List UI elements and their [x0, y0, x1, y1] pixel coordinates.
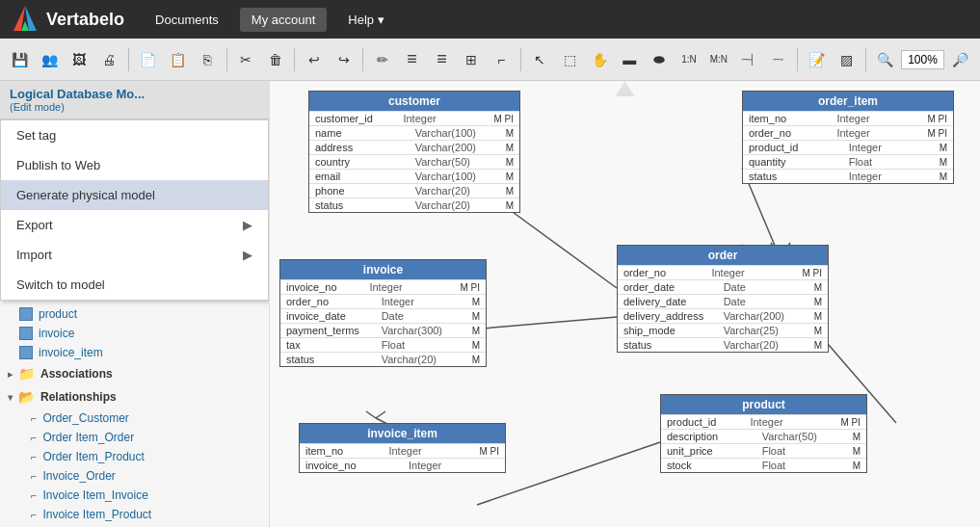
sidebar-header: Logical Database Mo... (Edit mode) [0, 81, 269, 119]
zoom-in-button[interactable]: 🔍 [871, 45, 899, 74]
copy-button[interactable]: 📋 [164, 45, 192, 74]
rel-invoice-order[interactable]: ⌐ Invoice_Order [0, 466, 269, 486]
toolbar: 💾 👥 🖼 🖨 📄 📋 ⎘ ✂ 🗑 ↩ ↪ ✏ ≡ ≡ ⊞ ⌐ ↖ ⬚ ✋ ▬ … [0, 39, 980, 81]
table-row: quantity Float M [743, 154, 953, 169]
table-icon [19, 346, 33, 359]
table-row: item_no Integer M PI [743, 111, 953, 125]
table-row: country Varchar(50) M [309, 154, 519, 169]
layout-button[interactable]: ⊞ [458, 45, 486, 74]
customer-table-header: customer [309, 92, 519, 111]
navbar: Vertabelo Documents My account Help ▾ [0, 0, 980, 39]
nav-documents[interactable]: Documents [144, 8, 230, 32]
file-button[interactable]: 📄 [134, 45, 162, 74]
rel-order-item-order[interactable]: ⌐ Order Item_Order [0, 428, 269, 447]
clone-button[interactable]: ⎘ [194, 45, 222, 74]
nav-help[interactable]: Help ▾ [336, 8, 396, 32]
delete-button[interactable]: 🗑 [261, 45, 289, 74]
undo-button[interactable]: ↩ [300, 45, 328, 74]
cut-button[interactable]: ✂ [232, 45, 260, 74]
menu-export[interactable]: Export ▶ [1, 210, 268, 240]
rel-1n-tool[interactable]: 1:N [675, 45, 703, 74]
image-button[interactable]: 🖼 [66, 45, 93, 74]
rel-icon: ⌐ [31, 509, 37, 520]
model-subtitle[interactable]: (Edit mode) [10, 101, 259, 113]
svg-line-12 [376, 411, 385, 418]
menu-switch-to-model[interactable]: Switch to model [1, 270, 268, 300]
print-button[interactable]: 🖨 [95, 45, 123, 74]
users-button[interactable]: 👥 [36, 45, 64, 74]
connect-button[interactable]: ⌐ [488, 45, 516, 74]
menu-set-tag[interactable]: Set tag [1, 120, 268, 150]
associations-section[interactable]: ▸ 📁 Associations [0, 362, 269, 385]
canvas[interactable]: customer customer_id Integer M PI name V… [270, 81, 980, 527]
zoom-out-button[interactable]: 🔎 [946, 45, 974, 74]
ident-tool[interactable]: ─┤ [734, 45, 762, 74]
sep1 [128, 48, 129, 71]
table-row: unit_price Float M [661, 443, 866, 458]
table-row: stock Float M [661, 458, 866, 472]
align-left-button[interactable]: ≡ [398, 45, 426, 74]
relationships-folder-icon: 📂 [18, 389, 35, 405]
edit-button[interactable]: ✏ [368, 45, 396, 74]
relationships-section[interactable]: ▾ 📂 Relationships [0, 385, 269, 408]
rel-order-customer[interactable]: ⌐ Order_Customer [0, 408, 269, 428]
invoice-item-table[interactable]: invoice_item item_no Integer M PI invoic… [299, 423, 506, 473]
order-table-header: order [618, 246, 828, 265]
rel-invoice-item-product[interactable]: ⌐ Invoice Item_Product [0, 505, 269, 524]
sidebar: Logical Database Mo... (Edit mode) Set t… [0, 81, 270, 527]
customer-table[interactable]: customer customer_id Integer M PI name V… [308, 91, 520, 213]
save-button[interactable]: 💾 [6, 45, 34, 74]
invoice-table-header: invoice [280, 260, 486, 279]
logo-icon [10, 4, 40, 35]
pan-tool[interactable]: ✋ [586, 45, 614, 74]
scroll-up-indicator [616, 81, 635, 96]
hatch-tool[interactable]: ▨ [833, 45, 861, 74]
non-ident-tool[interactable]: ─◦ [764, 45, 792, 74]
product-table[interactable]: product product_id Integer M PI descript… [660, 394, 867, 473]
table-row: payment_terms Varchar(300) M [280, 323, 486, 337]
menu-import[interactable]: Import ▶ [1, 240, 268, 270]
table-icon [19, 327, 33, 340]
view-tool[interactable]: ⬬ [646, 45, 674, 74]
table-row: phone Varchar(20) M [309, 183, 519, 198]
align-center-button[interactable]: ≡ [428, 45, 456, 74]
sep5 [520, 48, 521, 71]
rel-mn-tool[interactable]: M:N [704, 45, 732, 74]
model-title[interactable]: Logical Database Mo... [10, 87, 259, 101]
table-row: invoice_no Integer [300, 458, 505, 472]
nav-my-account[interactable]: My account [240, 8, 327, 32]
invoice-table[interactable]: invoice invoice_no Integer M PI order_no… [279, 259, 487, 367]
tree-item-invoice[interactable]: invoice [0, 324, 269, 343]
table-row: product_id Integer M [743, 140, 953, 154]
order-item-table[interactable]: order_item item_no Integer M PI order_no… [742, 91, 954, 184]
table-row: status Integer M [743, 169, 953, 183]
rel-invoice-item-invoice[interactable]: ⌐ Invoice Item_Invoice [0, 486, 269, 505]
main-area: Logical Database Mo... (Edit mode) Set t… [0, 81, 980, 527]
tree-item-product[interactable]: product [0, 304, 269, 324]
table-row: order_no Integer M [280, 294, 486, 308]
rel-order-item-product[interactable]: ⌐ Order Item_Product [0, 447, 269, 466]
rel-icon: ⌐ [31, 489, 37, 501]
product-table-header: product [661, 395, 866, 414]
import-arrow-icon: ▶ [243, 248, 252, 262]
logo[interactable]: Vertabelo [10, 4, 124, 35]
table-row: order_date Date M [618, 279, 828, 294]
rel-icon: ⌐ [31, 412, 37, 424]
table-row: description Varchar(50) M [661, 429, 866, 443]
menu-publish-to-web[interactable]: Publish to Web [1, 150, 268, 180]
menu-generate-physical-model[interactable]: Generate physical model [1, 180, 268, 210]
table-row: order_no Integer M PI [743, 125, 953, 140]
order-table[interactable]: order order_no Integer M PI order_date D… [617, 245, 829, 353]
expand-icon: ▸ [8, 369, 13, 380]
tree-item-invoice-item[interactable]: invoice_item [0, 343, 269, 362]
table-row: name Varchar(100) M [309, 125, 519, 140]
note-tool[interactable]: 📝 [803, 45, 831, 74]
table-tool[interactable]: ▬ [616, 45, 644, 74]
select-tool[interactable]: ↖ [526, 45, 554, 74]
chevron-down-icon: ▾ [378, 13, 384, 27]
sep3 [294, 48, 295, 71]
associations-folder-icon: 📁 [18, 366, 35, 382]
table-icon [19, 307, 33, 321]
rect-select-tool[interactable]: ⬚ [556, 45, 584, 74]
redo-button[interactable]: ↪ [330, 45, 358, 74]
